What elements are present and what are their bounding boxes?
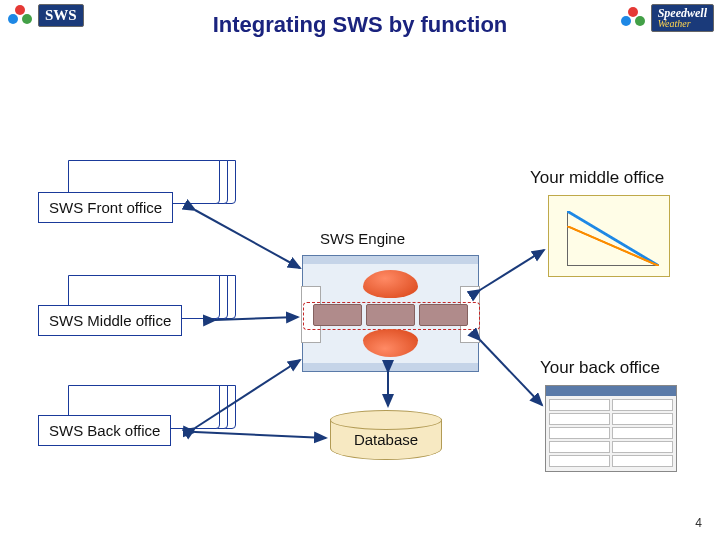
label-your-back-office: Your back office: [540, 358, 660, 378]
page-number: 4: [695, 516, 702, 530]
sphere-icon: [363, 329, 418, 357]
label-sws-engine: SWS Engine: [320, 230, 405, 247]
svg-line-5: [480, 340, 542, 405]
svg-line-0: [195, 210, 300, 268]
chart-thumbnail: [548, 195, 670, 277]
label-sws-front-office: SWS Front office: [38, 192, 173, 223]
slide-title: Integrating SWS by function: [0, 12, 720, 38]
label-sws-back-office: SWS Back office: [38, 415, 171, 446]
database-cylinder: Database: [330, 410, 440, 465]
label-your-middle-office: Your middle office: [530, 168, 664, 188]
sphere-icon: [363, 270, 418, 298]
svg-line-4: [480, 250, 544, 290]
form-thumbnail: [545, 385, 677, 472]
engine-diagram: [302, 255, 479, 372]
label-sws-middle-office: SWS Middle office: [38, 305, 182, 336]
